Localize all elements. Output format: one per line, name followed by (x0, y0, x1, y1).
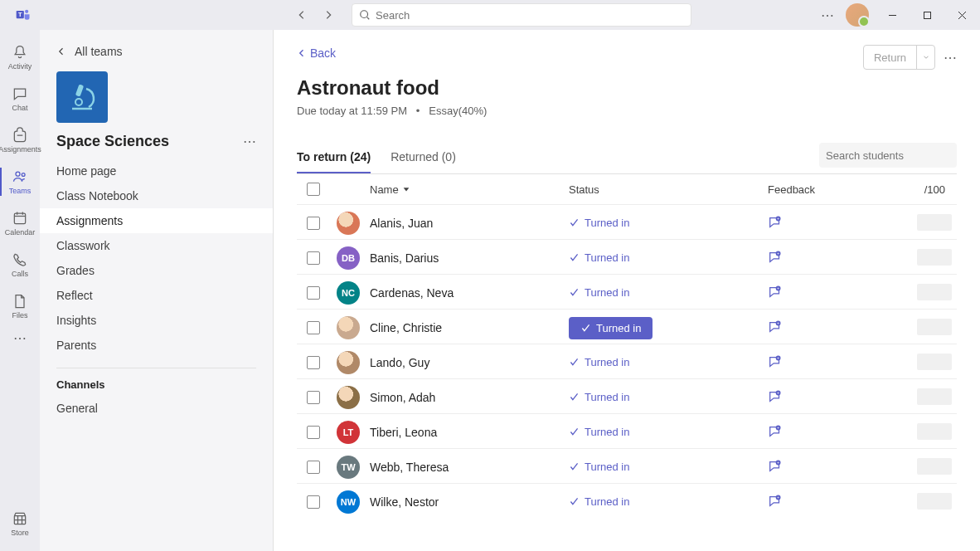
sidebar-link[interactable]: Insights (40, 308, 273, 333)
rail-files[interactable]: Files (0, 285, 40, 327)
table-row[interactable]: Lando, Guy Turned in + (297, 344, 957, 378)
tabs: To return (24) Returned (0) (297, 142, 957, 174)
row-checkbox[interactable] (307, 217, 320, 230)
feedback-button[interactable]: + (768, 354, 917, 372)
status-badge[interactable]: Turned in (569, 461, 629, 473)
feedback-button[interactable]: + (768, 215, 917, 232)
student-avatar (337, 212, 360, 235)
channels-heading: Channels (40, 378, 273, 396)
team-sidebar: All teams Space Sciences ⋯ Home pageClas… (40, 30, 274, 551)
main-content: Return ⋯ Back Astronaut food Due today a… (274, 30, 980, 551)
nav-back-button[interactable] (292, 5, 312, 25)
back-link[interactable]: Back (297, 46, 336, 60)
col-name[interactable]: Name (370, 183, 399, 196)
col-feedback[interactable]: Feedback (768, 183, 917, 196)
return-button[interactable]: Return (863, 45, 935, 70)
feedback-button[interactable]: + (768, 494, 917, 511)
rail-calls[interactable]: Calls (0, 244, 40, 285)
row-checkbox[interactable] (307, 286, 320, 300)
tab-returned[interactable]: Returned (0) (391, 142, 456, 173)
feedback-button[interactable]: + (768, 389, 917, 407)
sidebar-link[interactable]: Home page (40, 158, 273, 183)
score-input[interactable] (917, 319, 952, 335)
feedback-button[interactable]: + (768, 424, 917, 441)
rail-activity[interactable]: Activity (0, 37, 40, 78)
score-input[interactable] (917, 388, 952, 405)
sidebar-link[interactable]: Grades (40, 258, 273, 283)
team-more-icon[interactable]: ⋯ (243, 134, 256, 149)
rail-store[interactable]: Store (0, 503, 40, 544)
user-avatar[interactable] (846, 3, 869, 27)
sidebar-link[interactable]: Parents (40, 333, 273, 358)
check-icon (569, 427, 580, 437)
row-checkbox[interactable] (307, 391, 320, 404)
rail-more-icon[interactable]: ⋯ (13, 330, 27, 346)
status-badge[interactable]: Turned in (569, 391, 629, 403)
assignment-meta: Due today at 11:59 PM • Essay(40%) (297, 105, 957, 117)
status-badge[interactable]: Turned in (569, 217, 629, 229)
check-icon (569, 252, 580, 263)
search-students-input[interactable] (826, 149, 965, 162)
main-more-icon[interactable]: ⋯ (944, 50, 957, 66)
score-input[interactable] (917, 458, 952, 475)
table-row[interactable]: TW Webb, Theresa Turned in + (297, 448, 957, 483)
feedback-button[interactable]: + (768, 319, 917, 337)
select-all-checkbox[interactable] (307, 183, 320, 196)
table-row[interactable]: DB Banis, Darius Turned in + (297, 239, 957, 274)
row-checkbox[interactable] (307, 251, 320, 265)
row-checkbox[interactable] (307, 356, 320, 369)
all-teams-link[interactable]: All teams (40, 40, 273, 63)
feedback-icon: + (768, 250, 783, 265)
score-input[interactable] (917, 493, 952, 510)
sidebar-link[interactable]: Class Notebook (40, 183, 273, 208)
row-checkbox[interactable] (307, 495, 320, 509)
row-checkbox[interactable] (307, 461, 320, 474)
search-input[interactable] (376, 9, 684, 22)
table-row[interactable]: Cline, Christie Turned in + (297, 309, 957, 344)
search-students[interactable] (819, 143, 957, 168)
assignment-title: Astronaut food (297, 76, 957, 100)
status-badge[interactable]: Turned in (569, 426, 629, 438)
status-badge[interactable]: Turned in (569, 251, 629, 264)
table-row[interactable]: NC Cardenas, Neva Turned in + (297, 274, 957, 309)
sidebar-link[interactable]: Classwork (40, 233, 273, 258)
feedback-button[interactable]: + (768, 285, 917, 302)
status-badge[interactable]: Turned in (569, 495, 629, 508)
chevron-down-icon[interactable] (916, 46, 934, 69)
channel-link[interactable]: General (40, 396, 273, 421)
table-row[interactable]: LT Tiberi, Leona Turned in + (297, 413, 957, 448)
score-input[interactable] (917, 284, 952, 300)
window-close-button[interactable] (950, 3, 973, 27)
due-text: Due today at 11:59 PM (297, 105, 407, 117)
feedback-button[interactable]: + (768, 459, 917, 476)
status-badge[interactable]: Turned in (569, 356, 629, 368)
row-checkbox[interactable] (307, 426, 320, 439)
search-bar[interactable] (352, 3, 691, 27)
score-input[interactable] (917, 249, 952, 266)
col-score[interactable]: /100 (917, 183, 950, 196)
score-input[interactable] (917, 214, 952, 231)
sidebar-link[interactable]: Assignments (40, 208, 273, 233)
window-maximize-button[interactable] (915, 3, 939, 27)
titlebar-more-icon[interactable]: ⋯ (821, 7, 834, 23)
status-badge[interactable]: Turned in (569, 317, 653, 339)
rail-chat[interactable]: Chat (0, 78, 40, 119)
score-input[interactable] (917, 354, 952, 370)
window-minimize-button[interactable] (881, 3, 904, 27)
table-row[interactable]: Simon, Adah Turned in + (297, 378, 957, 413)
table-row[interactable]: NW Wilke, Nestor Turned in + (297, 483, 957, 518)
sidebar-link[interactable]: Reflect (40, 283, 273, 308)
col-status[interactable]: Status (569, 183, 768, 196)
nav-forward-button[interactable] (318, 5, 338, 25)
rail-teams[interactable]: Teams (0, 161, 40, 202)
feedback-button[interactable]: + (768, 250, 917, 267)
table-row[interactable]: Alanis, Juan Turned in + (297, 204, 957, 239)
check-icon (569, 461, 580, 472)
score-input[interactable] (917, 423, 952, 440)
rail-label: Teams (9, 187, 32, 195)
status-badge[interactable]: Turned in (569, 286, 629, 299)
rail-assignments[interactable]: Assignments (0, 119, 40, 161)
tab-to-return[interactable]: To return (24) (297, 142, 371, 173)
rail-calendar[interactable]: Calendar (0, 202, 40, 244)
row-checkbox[interactable] (307, 321, 320, 334)
